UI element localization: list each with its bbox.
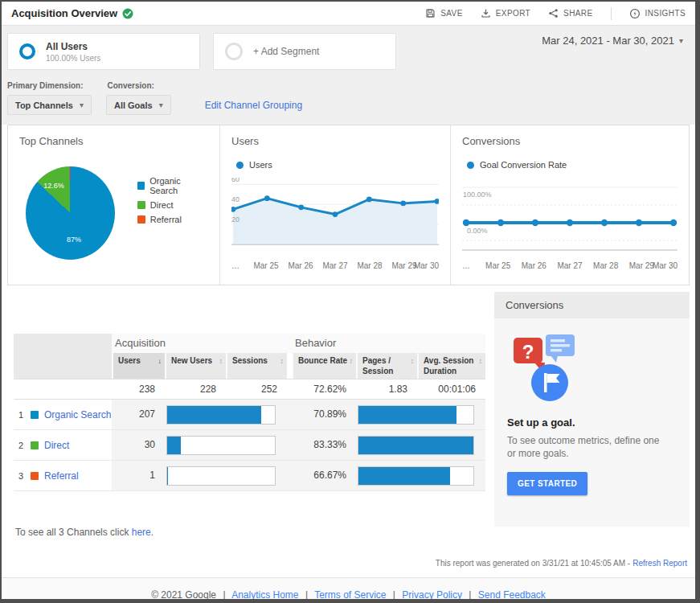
legend-label: Users <box>249 160 272 170</box>
column-header-sessions[interactable]: Sessions ↕ <box>226 353 287 379</box>
add-segment-button[interactable]: + Add Segment <box>213 33 396 70</box>
cell-users: 207 <box>112 400 165 430</box>
conversions-legend: Goal Conversion Rate <box>467 160 677 170</box>
column-header-users[interactable]: Users ↓ <box>112 353 165 379</box>
group-header-behavior: Behavior <box>292 334 485 353</box>
legend-dot-icon <box>236 162 244 169</box>
insights-icon <box>629 8 641 19</box>
legend-item-organic: Organic Search <box>137 176 208 195</box>
privacy-policy-link[interactable]: Privacy Policy <box>402 589 462 601</box>
get-started-button[interactable]: GET STARTED <box>507 472 587 495</box>
bounce-bar <box>358 406 456 424</box>
column-header-pages-session[interactable]: Pages / Session ↕ <box>356 353 417 379</box>
legend-label: Goal Conversion Rate <box>480 160 567 170</box>
channel-swatch <box>31 411 39 419</box>
totals-row-label <box>14 379 112 400</box>
cell-users: 30 <box>112 430 165 461</box>
chevron-down-icon: ▾ <box>679 36 683 45</box>
sort-icon: ↕ <box>350 357 354 366</box>
group-header-acquisition: Acquisition <box>112 334 287 353</box>
legend-label: Organic Search <box>149 176 208 195</box>
users-panel: Users Users 204060 …Mar 25Mar 26Mar 27Ma… <box>219 125 450 285</box>
legend-dot-icon <box>467 162 474 169</box>
legend-label: Referral <box>150 215 182 224</box>
toolbar-divider <box>611 7 612 20</box>
save-button[interactable]: SAVE <box>425 8 463 18</box>
bounce-bar-cell <box>356 400 485 430</box>
legend-swatch <box>137 215 145 224</box>
column-header-avg-session-duration[interactable]: Avg. Session Duration ↕ <box>417 353 485 379</box>
row-index: 3 <box>18 471 25 481</box>
save-icon <box>425 8 436 18</box>
table-footnote: To see all 3 Channels click here. <box>15 527 493 538</box>
svg-text:?: ? <box>522 341 534 363</box>
column-header-bounce-rate[interactable]: Bounce Rate ↕ <box>292 353 356 379</box>
channel-swatch <box>31 441 39 449</box>
save-label: SAVE <box>440 9 463 18</box>
cell-bounce-rate: 83.33% <box>292 430 356 461</box>
terms-of-service-link[interactable]: Terms of Service <box>314 589 386 601</box>
users-x-axis: …Mar 25Mar 26Mar 27Mar 28Mar 29Mar 30 <box>231 261 439 273</box>
svg-text:0.00%: 0.00% <box>467 227 488 235</box>
send-feedback-link[interactable]: Send Feedback <box>478 589 546 601</box>
analytics-home-link[interactable]: Analytics Home <box>231 589 298 601</box>
sort-icon: ↕ <box>219 357 223 366</box>
goal-description: To see outcome metrics, define one or mo… <box>507 434 665 460</box>
users-legend: Users <box>236 160 439 170</box>
bounce-bar-cell <box>356 430 485 461</box>
column-header-new-users[interactable]: New Users ↕ <box>165 353 226 379</box>
x-axis-label: Mar 25 <box>253 261 278 270</box>
x-axis-label: Mar 28 <box>357 261 382 270</box>
page-footer: © 2021 Google | Analytics Home | Terms o… <box>2 577 695 603</box>
conversions-panel: Conversions Goal Conversion Rate 100.00%… <box>450 125 689 285</box>
sort-icon: ↕ <box>411 357 415 366</box>
total-pages-session: 1.83 <box>356 379 417 400</box>
copyright-text: © 2021 Google <box>151 589 216 601</box>
analytics-window: Acquisition Overview SAVE <box>0 0 700 603</box>
legend-swatch <box>137 201 145 209</box>
total-users: 238 <box>112 379 165 400</box>
see-all-channels-link[interactable]: here <box>132 527 151 538</box>
overview-charts-card: Top Channels 12.6% 87% Organic Search Di… <box>7 125 690 285</box>
svg-text:40: 40 <box>231 195 239 203</box>
row-index: 2 <box>18 441 25 450</box>
top-bar: Acquisition Overview SAVE <box>2 2 695 26</box>
share-button[interactable]: SHARE <box>548 8 592 18</box>
channel-link[interactable]: Direct <box>44 440 69 451</box>
total-avg-session-duration: 00:01:06 <box>417 379 485 400</box>
legend-swatch <box>137 182 145 190</box>
bounce-bar <box>358 467 450 485</box>
primary-dimension-dropdown[interactable]: Top Channels ▾ <box>7 95 92 115</box>
export-button[interactable]: EXPORT <box>481 8 530 18</box>
channel-link[interactable]: Referral <box>44 470 79 482</box>
date-range-picker[interactable]: Mar 24, 2021 - Mar 30, 2021 ▾ <box>542 33 690 47</box>
conversions-goal-panel: Conversions ? Set up a goal. To see out <box>494 292 690 527</box>
svg-text:60: 60 <box>231 178 239 183</box>
segment-all-users[interactable]: All Users 100.00% Users <box>7 33 200 70</box>
sort-icon: ↕ <box>479 357 483 366</box>
users-bar <box>167 467 168 485</box>
refresh-report-link[interactable]: Refresh Report <box>632 559 687 568</box>
top-channels-panel: Top Channels 12.6% 87% Organic Search Di… <box>8 125 219 285</box>
conversion-value: All Goals <box>114 100 153 110</box>
x-axis-label: … <box>231 261 239 270</box>
row-index: 1 <box>18 410 25 420</box>
share-label: SHARE <box>563 9 592 18</box>
edit-channel-grouping-link[interactable]: Edit Channel Grouping <box>205 100 302 111</box>
verified-check-icon <box>122 8 133 19</box>
x-axis-label: Mar 29 <box>629 261 654 270</box>
report-controls-section: All Users 100.00% Users + Add Segment Ma… <box>2 26 695 125</box>
users-bar <box>167 437 181 454</box>
conversion-dropdown[interactable]: All Goals ▾ <box>106 95 171 115</box>
pie-slice-label-direct: 12.6% <box>43 182 64 190</box>
total-new-users: 228 <box>165 379 226 400</box>
page-title: Acquisition Overview <box>11 7 117 19</box>
insights-button[interactable]: INSIGHTS <box>629 8 686 19</box>
goal-panel-header: Conversions <box>494 292 690 318</box>
users-bar-cell <box>165 461 287 491</box>
set-up-goal-illustration: ? <box>512 333 589 404</box>
x-axis-label: Mar 30 <box>653 261 677 270</box>
table-row-channel: 3 Referral <box>14 461 112 491</box>
legend-label: Direct <box>150 200 174 210</box>
channel-link[interactable]: Organic Search <box>44 409 111 420</box>
